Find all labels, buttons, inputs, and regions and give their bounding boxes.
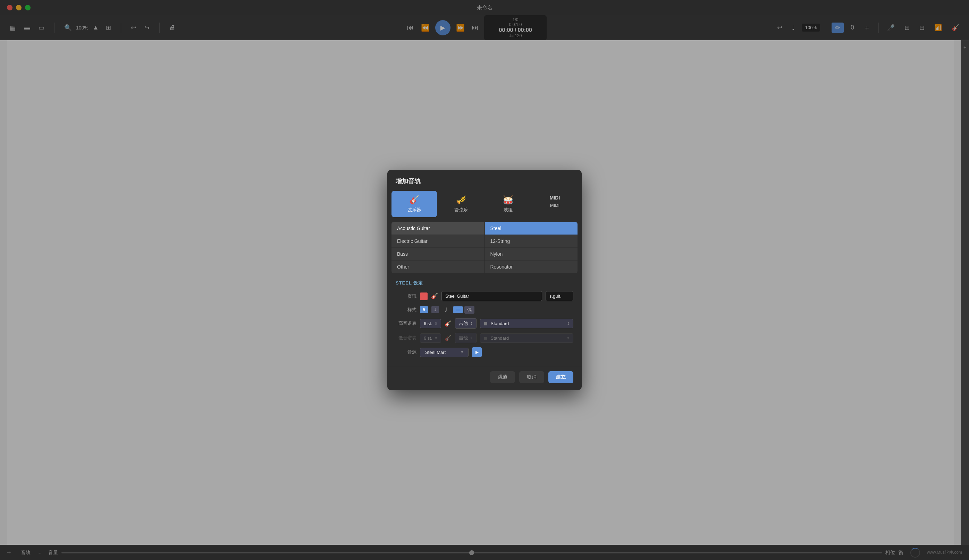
list-item-bass[interactable]: Bass xyxy=(391,248,484,261)
treble-strings-select[interactable]: 6 st. ⇕ xyxy=(420,319,441,328)
list-item-nylon[interactable]: Nylon xyxy=(485,248,578,261)
treble-strings-arrow: ⇕ xyxy=(435,322,437,326)
list-item-other[interactable]: Other xyxy=(391,261,484,273)
modal-title: 增加音轨 xyxy=(387,170,582,191)
style-extra-badge[interactable]: ♩ xyxy=(431,306,439,313)
tuning-grid-icon: ▦ xyxy=(484,321,487,326)
settings-title: STEEL 设定 xyxy=(396,280,573,286)
style-icons: — 偶 xyxy=(453,306,475,314)
drums-icon: 🥁 xyxy=(503,195,513,205)
list-item-12string[interactable]: 12-String xyxy=(485,235,578,248)
treble-instrument-select[interactable]: 吉他 ⇕ xyxy=(455,318,476,329)
instrument-name-input[interactable] xyxy=(441,291,542,301)
treble-label: 高音谱表 xyxy=(396,320,416,326)
style-badge[interactable]: 5 xyxy=(420,306,428,313)
info-row: 资讯 🎸 xyxy=(396,291,573,301)
preview-play-icon: ▶ xyxy=(476,350,479,355)
bass-strings-arrow: ⇕ xyxy=(435,336,437,340)
bass-tuning-value: Standard xyxy=(491,336,509,341)
treble-strings-value: 6 st. xyxy=(424,321,433,326)
skip-button[interactable]: 跳過 xyxy=(490,371,515,383)
treble-tuning-arrow: ⇕ xyxy=(567,322,569,326)
treble-tuning-select[interactable]: ▦ Standard ⇕ xyxy=(480,319,573,328)
category-list: Acoustic Guitar Electric Guitar Bass Oth… xyxy=(391,222,484,273)
list-item-electric[interactable]: Electric Guitar xyxy=(391,235,484,248)
strings-icon: 🎸 xyxy=(409,195,420,205)
style-row: 样式 5 ♩ ♩ — 偶 xyxy=(396,305,573,314)
info-label: 资讯 xyxy=(396,293,416,299)
bass-tuning-grid-icon: ▦ xyxy=(484,336,487,341)
note-icon: ♩ xyxy=(443,305,450,314)
source-arrow: ⇕ xyxy=(461,351,463,354)
treble-instrument-icon: 🎸 xyxy=(445,320,451,327)
bass-instrument-icon: 🎸 xyxy=(445,335,451,341)
modal-overlay: 增加音轨 🎸 弦乐器 🎺 管弦乐 🥁 鼓组 MIDI MIDI Aco xyxy=(0,0,969,560)
source-select[interactable]: Steel Mart ⇕ xyxy=(420,348,468,357)
add-track-modal: 增加音轨 🎸 弦乐器 🎺 管弦乐 🥁 鼓组 MIDI MIDI Aco xyxy=(387,170,582,390)
treble-row: 高音谱表 6 st. ⇕ 🎸 吉他 ⇕ ▦ Standard ⇕ xyxy=(396,318,573,329)
bass-instrument-select: 吉他 ⇕ xyxy=(455,333,476,343)
bass-instrument-value: 吉他 xyxy=(459,335,468,341)
bass-tuning-select: ▦ Standard ⇕ xyxy=(480,334,573,343)
list-item-resonator[interactable]: Resonator xyxy=(485,261,578,273)
tab-midi[interactable]: MIDI MIDI xyxy=(532,191,578,217)
tab-strings[interactable]: 🎸 弦乐器 xyxy=(391,191,437,217)
source-label: 音源 xyxy=(396,349,416,355)
source-preview-button[interactable]: ▶ xyxy=(472,347,482,357)
bass-strings-value: 6 st. xyxy=(424,336,433,341)
midi-icon: MIDI xyxy=(550,195,560,201)
strings-label: 弦乐器 xyxy=(408,207,421,213)
style-button-1[interactable]: — xyxy=(453,306,463,313)
modal-footer: 跳過 取消 建立 xyxy=(387,367,582,390)
source-value: Steel Mart xyxy=(425,350,446,355)
subtype-list: Steel 12-String Nylon Resonator xyxy=(484,222,578,273)
midi-label: MIDI xyxy=(550,203,559,208)
instrument-lists: Acoustic Guitar Electric Guitar Bass Oth… xyxy=(391,222,578,273)
instrument-tabs: 🎸 弦乐器 🎺 管弦乐 🥁 鼓组 MIDI MIDI xyxy=(387,191,582,217)
winds-icon: 🎺 xyxy=(456,195,466,205)
style-button-2[interactable]: 偶 xyxy=(465,306,475,314)
list-item-acoustic[interactable]: Acoustic Guitar xyxy=(391,222,484,235)
color-picker[interactable] xyxy=(420,292,428,300)
create-button[interactable]: 建立 xyxy=(548,371,573,383)
treble-tuning-value: Standard xyxy=(491,321,509,326)
bass-row: 低音谱表 6 st. ⇕ 🎸 吉他 ⇕ ▦ Standard ⇕ xyxy=(396,333,573,343)
list-item-steel[interactable]: Steel xyxy=(485,222,578,235)
steel-settings: STEEL 设定 资讯 🎸 样式 5 ♩ ♩ — 偶 xyxy=(387,277,582,367)
bass-label: 低音谱表 xyxy=(396,335,416,341)
bass-strings-select: 6 st. ⇕ xyxy=(420,334,441,343)
treble-instrument-arrow: ⇕ xyxy=(470,322,473,326)
style-label: 样式 xyxy=(396,307,416,313)
bass-tuning-arrow: ⇕ xyxy=(567,336,569,340)
source-row: 音源 Steel Mart ⇕ ▶ xyxy=(396,347,573,357)
tab-drums[interactable]: 🥁 鼓组 xyxy=(485,191,531,217)
treble-instrument-value: 吉他 xyxy=(459,320,468,326)
bass-instrument-arrow: ⇕ xyxy=(470,336,473,340)
winds-label: 管弦乐 xyxy=(454,207,468,213)
drums-label: 鼓组 xyxy=(504,207,513,213)
tab-winds[interactable]: 🎺 管弦乐 xyxy=(438,191,484,217)
guitar-small-icon: 🎸 xyxy=(431,293,438,299)
cancel-button[interactable]: 取消 xyxy=(519,371,544,383)
short-name-input[interactable] xyxy=(546,291,573,301)
